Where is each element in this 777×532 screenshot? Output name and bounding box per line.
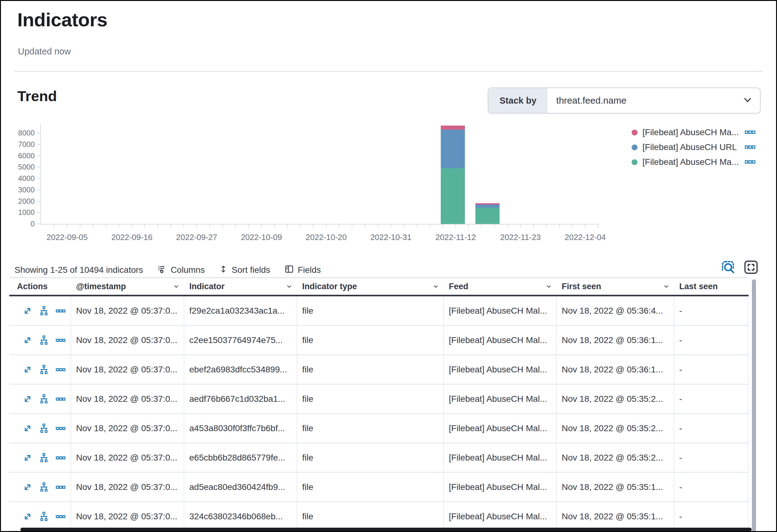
cell-indicator-type: file — [297, 326, 444, 354]
stack-by-label: Stack by — [488, 88, 548, 113]
cell-indicator: ad5eac80ed360424fb9... — [184, 472, 297, 501]
vertical-scrollbar[interactable] — [752, 279, 756, 532]
legend-color-dot — [632, 159, 638, 165]
more-actions-button[interactable] — [56, 453, 66, 463]
cell-first-seen: Nov 18, 2022 @ 05:36:1... — [557, 326, 674, 354]
open-indicator-flyout-button[interactable] — [23, 483, 32, 492]
x-axis-tick-mark — [391, 224, 391, 228]
stack-by-select[interactable]: threat.feed.name — [548, 88, 742, 113]
cell-actions — [9, 385, 71, 413]
x-axis-tick-mark — [365, 224, 365, 228]
x-axis-tick-label: 2022-10-20 — [292, 233, 360, 242]
column-header-indicator-type[interactable]: Indicator type — [297, 278, 444, 295]
x-axis-tick-mark — [196, 224, 197, 228]
open-indicator-flyout-button[interactable] — [23, 394, 32, 404]
cell-first-seen: Nov 18, 2022 @ 05:36:4... — [557, 296, 674, 325]
y-axis-tick-mark — [37, 201, 40, 202]
x-axis-tick-mark — [235, 224, 236, 228]
open-indicator-flyout-button[interactable] — [23, 512, 32, 521]
x-axis-tick-mark — [546, 224, 547, 228]
x-axis-tick-mark — [144, 224, 145, 228]
more-actions-button[interactable] — [56, 482, 66, 492]
boxes-horizontal-icon[interactable] — [745, 159, 755, 165]
chevron-down-icon[interactable] — [286, 283, 293, 292]
y-axis-tick-label: 8000 — [9, 129, 35, 137]
cell-last-seen: - — [674, 385, 749, 413]
cell-first-seen: Nov 18, 2022 @ 05:35:1... — [557, 502, 674, 531]
x-axis-tick-label: 2022-11-23 — [486, 233, 555, 242]
horizontal-scrollbar[interactable] — [20, 528, 752, 531]
y-axis-tick-label: 4000 — [9, 174, 35, 183]
x-axis-tick-mark — [378, 224, 378, 228]
sort-icon — [219, 265, 228, 276]
column-header-last-seen: Last seen — [674, 278, 749, 295]
column-header-first-seen[interactable]: First seen — [557, 278, 674, 295]
investigate-in-timeline-button[interactable] — [39, 423, 49, 433]
fields-button-label: Fields — [298, 265, 321, 275]
x-axis-tick-mark — [119, 224, 119, 228]
more-actions-button[interactable] — [56, 306, 66, 316]
x-axis-tick-label: 2022-09-05 — [33, 233, 101, 242]
table-body: Nov 18, 2022 @ 05:37:0...f29e2ca1a032343… — [9, 296, 749, 531]
x-axis-tick-mark — [507, 224, 508, 228]
legend-item-label: [Filebeat] AbuseCH Ma... — [643, 127, 739, 137]
cell-actions — [9, 296, 71, 325]
open-indicator-flyout-button[interactable] — [23, 306, 32, 316]
column-header-actions: Actions — [9, 278, 71, 295]
cell-feed: [Filebeat] AbuseCH Mal... — [444, 296, 557, 325]
inspect-button[interactable] — [721, 260, 736, 276]
x-axis-tick-mark — [67, 224, 68, 228]
more-actions-button[interactable] — [56, 423, 66, 433]
cell-indicator: f29e2ca1a032343ac1a... — [184, 296, 297, 325]
x-axis-tick-label: 2022-12-04 — [551, 233, 619, 242]
x-axis-tick-mark — [209, 224, 210, 228]
open-indicator-flyout-button[interactable] — [23, 453, 32, 462]
columns-button[interactable]: Columns — [157, 264, 205, 276]
cell-indicator: aedf76b667c1d032ba1... — [184, 385, 297, 413]
stack-by-control[interactable]: Stack by threat.feed.name — [488, 88, 761, 113]
open-indicator-flyout-button[interactable] — [23, 365, 32, 374]
investigate-in-timeline-button[interactable] — [39, 453, 49, 463]
column-header-indicator[interactable]: Indicator — [184, 278, 297, 295]
open-indicator-flyout-button[interactable] — [23, 424, 32, 433]
fields-button[interactable]: Fields — [285, 264, 321, 276]
legend-item[interactable]: [Filebeat] AbuseCH Ma... — [632, 154, 755, 170]
column-header-timestamp[interactable]: @timestamp — [71, 278, 184, 295]
y-axis-tick-mark — [37, 224, 40, 224]
legend-item[interactable]: [Filebeat] AbuseCH Ma... — [632, 125, 755, 140]
open-indicator-flyout-button[interactable] — [23, 336, 32, 345]
x-axis-tick-mark — [442, 224, 443, 228]
boxes-horizontal-icon[interactable] — [745, 144, 755, 150]
sort-fields-button[interactable]: Sort fields — [219, 265, 270, 276]
chevron-down-icon[interactable] — [663, 283, 670, 292]
x-axis-tick-mark — [184, 224, 184, 228]
fullscreen-button[interactable] — [744, 260, 758, 276]
chevron-down-icon — [742, 94, 753, 107]
more-actions-button[interactable] — [56, 394, 66, 404]
cell-indicator-type: file — [297, 385, 444, 413]
bar-segment — [475, 208, 500, 224]
chevron-down-icon[interactable] — [173, 283, 180, 292]
x-axis-tick-mark — [468, 224, 469, 228]
x-axis-tick-mark — [54, 224, 54, 228]
chevron-down-icon[interactable] — [545, 283, 552, 292]
investigate-in-timeline-button[interactable] — [39, 306, 49, 316]
more-actions-button[interactable] — [56, 335, 66, 345]
investigate-in-timeline-button[interactable] — [39, 335, 49, 345]
boxes-horizontal-icon[interactable] — [745, 129, 755, 135]
column-header-feed[interactable]: Feed — [444, 278, 557, 295]
legend-item[interactable]: [Filebeat] AbuseCH URL — [632, 140, 755, 154]
cell-first-seen: Nov 18, 2022 @ 05:35:2... — [557, 414, 674, 443]
investigate-in-timeline-button[interactable] — [39, 482, 49, 492]
table-row: Nov 18, 2022 @ 05:37:0...e65cbb6b28d8657… — [9, 443, 749, 472]
x-axis-tick-mark — [261, 224, 262, 228]
chevron-down-icon[interactable] — [432, 283, 440, 292]
investigate-in-timeline-button[interactable] — [39, 512, 49, 522]
bar-segment — [441, 130, 465, 168]
x-axis-tick-mark — [313, 224, 314, 228]
more-actions-button[interactable] — [56, 512, 66, 522]
investigate-in-timeline-button[interactable] — [39, 394, 49, 404]
investigate-in-timeline-button[interactable] — [39, 365, 49, 375]
x-axis-tick-mark — [248, 224, 249, 228]
more-actions-button[interactable] — [56, 365, 66, 375]
